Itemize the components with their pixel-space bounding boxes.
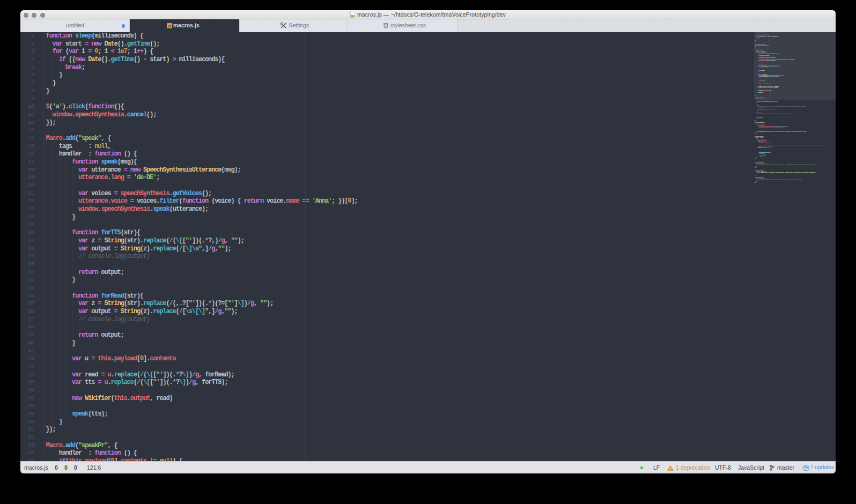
svg-text:js: js <box>168 24 172 28</box>
